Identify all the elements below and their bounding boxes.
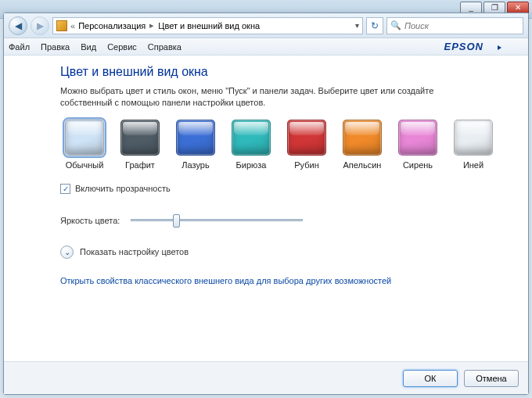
search-placeholder: Поиск [404, 21, 429, 30]
expand-button[interactable]: ⌄ [60, 246, 74, 259]
transparency-row: ✓ Включить прозрачность [60, 184, 528, 194]
breadcrumb-overflow[interactable]: « [70, 21, 75, 30]
color-swatch-label: Апельсин [338, 160, 386, 170]
color-swatch-box[interactable] [65, 120, 104, 156]
color-swatch-label: Лазурь [171, 160, 220, 170]
refresh-icon: ↻ [371, 20, 379, 31]
search-input[interactable]: 🔍 Поиск [386, 17, 523, 34]
brand-arrow-icon [498, 45, 501, 50]
color-swatch-box[interactable] [176, 120, 215, 156]
color-swatch-box[interactable] [232, 120, 271, 156]
menu-view[interactable]: Вид [81, 42, 96, 52]
color-swatch-box[interactable] [287, 120, 326, 156]
brand-logo: EPSON [444, 41, 512, 52]
menu-file[interactable]: Файл [9, 42, 30, 52]
color-swatch-label: Иней [449, 160, 498, 170]
content-area: Цвет и внешний вид окна Можно выбрать цв… [4, 56, 528, 361]
breadcrumb-personalization[interactable]: Персонализация [78, 21, 146, 30]
forward-button[interactable]: ▶ [31, 16, 49, 35]
color-swatch-label: Рубин [282, 160, 331, 170]
address-bar[interactable]: « Персонализация ▸ Цвет и внешний вид ок… [52, 17, 363, 34]
color-swatch-7[interactable]: Иней [449, 120, 498, 170]
color-swatch-box[interactable] [343, 120, 382, 156]
color-swatch-label: Обычный [60, 160, 109, 170]
transparency-checkbox[interactable]: ✓ [60, 184, 70, 194]
transparency-label: Включить прозрачность [75, 184, 171, 193]
back-button[interactable]: ◀ [9, 16, 27, 35]
show-mixer-label: Показать настройку цветов [80, 247, 189, 256]
arrow-left-icon: ◀ [15, 20, 22, 31]
menu-service[interactable]: Сервис [107, 42, 137, 52]
address-dropdown[interactable]: ▾ [355, 21, 359, 30]
color-swatch-3[interactable]: Бирюза [227, 120, 275, 170]
refresh-button[interactable]: ↻ [366, 17, 383, 34]
color-swatch-box[interactable] [120, 120, 160, 156]
folder-icon [56, 20, 67, 31]
arrow-right-icon: ▶ [37, 20, 44, 31]
color-swatch-6[interactable]: Сирень [394, 120, 442, 170]
color-swatch-label: Бирюза [227, 160, 275, 170]
intensity-slider[interactable] [131, 219, 303, 221]
chevron-down-icon: ⌄ [64, 248, 70, 256]
ok-button[interactable]: ОК [403, 370, 458, 387]
color-swatch-1[interactable]: Графит [116, 120, 164, 170]
color-swatch-row: ОбычныйГрафитЛазурьБирюзаРубинАпельсинСи… [60, 120, 528, 170]
color-swatch-0[interactable]: Обычный [60, 120, 109, 170]
color-swatch-5[interactable]: Апельсин [338, 120, 386, 170]
explorer-window: ◀ ▶ « Персонализация ▸ Цвет и внешний ви… [3, 13, 529, 395]
classic-appearance-link[interactable]: Открыть свойства классического внешнего … [60, 276, 528, 285]
chevron-right-icon[interactable]: ▸ [149, 20, 154, 30]
color-swatch-label: Графит [116, 160, 164, 170]
intensity-label: Яркость цвета: [60, 216, 120, 225]
navigation-bar: ◀ ▶ « Персонализация ▸ Цвет и внешний ви… [4, 13, 528, 38]
show-mixer-row[interactable]: ⌄ Показать настройку цветов [60, 246, 528, 259]
menu-edit[interactable]: Правка [41, 42, 70, 52]
dialog-footer: ОК Отмена [4, 361, 528, 394]
cancel-button[interactable]: Отмена [464, 370, 519, 387]
color-swatch-box[interactable] [398, 120, 437, 156]
color-swatch-label: Сирень [394, 160, 442, 170]
color-swatch-box[interactable] [454, 120, 493, 156]
page-title: Цвет и внешний вид окна [60, 65, 528, 79]
menu-help[interactable]: Справка [148, 42, 182, 52]
breadcrumb-window-color: Цвет и внешний вид окна [158, 21, 260, 30]
color-swatch-2[interactable]: Лазурь [171, 120, 220, 170]
page-description: Можно выбрать цвет и стиль окон, меню "П… [60, 85, 467, 109]
menu-bar: Файл Правка Вид Сервис Справка EPSON [4, 38, 528, 56]
search-icon: 🔍 [390, 20, 401, 30]
color-swatch-4[interactable]: Рубин [282, 120, 331, 170]
slider-thumb[interactable] [173, 214, 180, 228]
intensity-row: Яркость цвета: [60, 216, 528, 225]
